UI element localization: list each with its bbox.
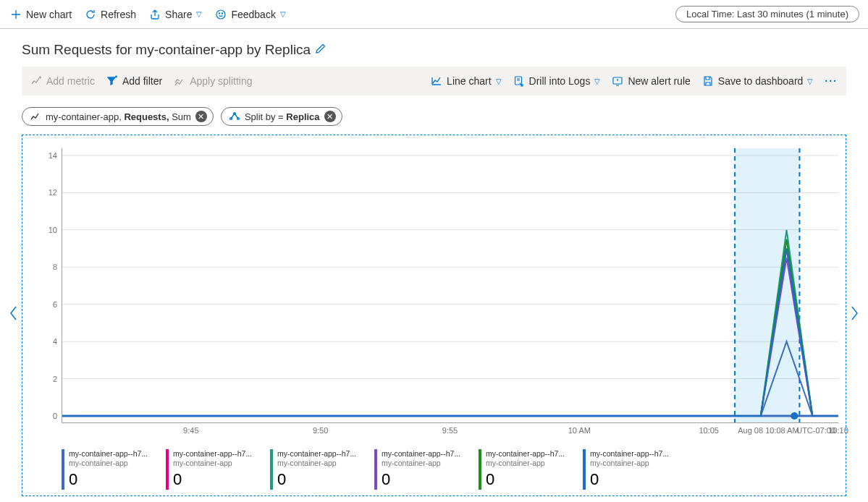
- y-tick: 0: [53, 412, 57, 420]
- chevron-down-icon: ▽: [196, 10, 202, 18]
- chevron-left-icon: [9, 305, 19, 321]
- chart-timestamp: Aug 08 10:08 AM: [738, 426, 799, 435]
- legend-value: 0: [486, 469, 574, 490]
- chart-title: Sum Requests for my-container-app by Rep…: [22, 42, 311, 58]
- chart-toolbar: Add metric Add filter Apply splitting Li…: [22, 67, 846, 95]
- apply-splitting-label: Apply splitting: [190, 75, 252, 87]
- logs-icon: [513, 75, 525, 87]
- add-filter-label: Add filter: [122, 75, 162, 87]
- chevron-down-icon: ▽: [807, 77, 813, 85]
- time-range-button[interactable]: Local Time: Last 30 minutes (1 minute): [675, 6, 859, 22]
- new-alert-label: New alert rule: [628, 75, 690, 87]
- legend-series-name: my-container-app--h7...: [277, 449, 366, 459]
- legend-item[interactable]: my-container-app--h7... my-container-app…: [166, 449, 267, 490]
- refresh-button[interactable]: Refresh: [83, 3, 138, 26]
- page-command-bar: New chart Refresh Share ▽ Feedback ▽ Loc…: [0, 0, 868, 29]
- legend-resource-name: my-container-app: [277, 459, 366, 468]
- legend-resource-name: my-container-app: [590, 459, 678, 468]
- split-icon: [229, 111, 240, 122]
- save-dashboard-label: Save to dashboard: [718, 75, 804, 87]
- x-tick: 10:10: [828, 426, 848, 435]
- svg-rect-16: [735, 148, 799, 423]
- chart-panel: 02468101214 UTC-07:00 9:459:509:5510 AM1…: [22, 135, 846, 496]
- remove-pill-icon[interactable]: ✕: [324, 111, 336, 122]
- svg-point-20: [791, 412, 798, 420]
- legend-value: 0: [382, 469, 470, 490]
- y-tick: 8: [53, 263, 57, 271]
- plus-icon: [10, 9, 22, 20]
- add-metric-label: Add metric: [46, 75, 95, 87]
- chart-title-row: Sum Requests for my-container-app by Rep…: [0, 29, 868, 67]
- line-chart-icon: [431, 75, 442, 87]
- prev-chart-button[interactable]: [4, 301, 23, 330]
- legend-series-name: my-container-app--h7...: [69, 449, 157, 459]
- legend-value: 0: [590, 469, 678, 490]
- y-tick: 14: [49, 151, 57, 160]
- y-tick: 2: [53, 375, 57, 383]
- remove-pill-icon[interactable]: ✕: [195, 111, 207, 122]
- legend-item[interactable]: my-container-app--h7... my-container-app…: [583, 449, 684, 490]
- new-chart-label: New chart: [26, 9, 72, 20]
- split-pill[interactable]: Split by = Replica ✕: [221, 107, 342, 126]
- add-filter-button[interactable]: Add filter: [106, 75, 162, 87]
- x-tick: 9:45: [183, 426, 198, 435]
- legend-item[interactable]: my-container-app--h7... my-container-app…: [62, 449, 163, 490]
- metric-pill[interactable]: my-container-app, Requests, Sum ✕: [22, 107, 214, 126]
- chart-type-label: Line chart: [447, 75, 491, 87]
- apply-splitting-button[interactable]: Apply splitting: [174, 75, 252, 87]
- chart-type-button[interactable]: Line chart ▽: [431, 75, 501, 87]
- legend-resource-name: my-container-app: [69, 459, 157, 468]
- legend-value: 0: [69, 469, 157, 490]
- x-tick: 10 AM: [568, 426, 591, 435]
- refresh-label: Refresh: [101, 9, 136, 20]
- legend-item[interactable]: my-container-app--h7... my-container-app…: [479, 449, 580, 490]
- chart-plot-area[interactable]: [62, 148, 838, 423]
- metric-plus-icon: [30, 75, 42, 87]
- legend-resource-name: my-container-app: [382, 459, 470, 468]
- y-tick: 10: [49, 226, 57, 234]
- add-metric-button[interactable]: Add metric: [30, 75, 95, 87]
- new-chart-button[interactable]: New chart: [9, 3, 73, 26]
- legend-value: 0: [173, 469, 261, 490]
- smiley-icon: [215, 9, 227, 20]
- legend-item[interactable]: my-container-app--h7... my-container-app…: [374, 449, 476, 490]
- share-button[interactable]: Share ▽: [148, 3, 203, 26]
- legend-series-name: my-container-app--h7...: [590, 449, 678, 459]
- next-chart-button[interactable]: [845, 301, 864, 330]
- feedback-button[interactable]: Feedback ▽: [214, 3, 287, 26]
- chart-container: 02468101214 UTC-07:00 9:459:509:5510 AM1…: [9, 135, 859, 496]
- drill-logs-label: Drill into Logs: [529, 75, 591, 87]
- pencil-icon: [315, 43, 326, 54]
- y-tick: 12: [49, 188, 57, 197]
- chevron-right-icon: [849, 305, 859, 321]
- chevron-down-icon: ▽: [280, 10, 286, 18]
- legend-value: 0: [277, 469, 366, 490]
- metric-icon: [30, 111, 41, 122]
- share-label: Share: [165, 9, 192, 20]
- alert-icon: [612, 75, 623, 87]
- edit-title-button[interactable]: [315, 42, 326, 58]
- chart-legend: my-container-app--h7... my-container-app…: [62, 449, 838, 490]
- x-tick: 9:55: [442, 426, 458, 435]
- x-tick: 10:05: [699, 426, 719, 435]
- legend-series-name: my-container-app--h7...: [486, 449, 574, 459]
- save-dashboard-button[interactable]: Save to dashboard ▽: [702, 75, 814, 87]
- legend-item[interactable]: my-container-app--h7... my-container-app…: [270, 449, 371, 490]
- split-icon: [174, 75, 185, 87]
- feedback-label: Feedback: [231, 9, 275, 20]
- x-tick: 9:50: [313, 426, 328, 435]
- share-icon: [149, 9, 161, 20]
- legend-series-name: my-container-app--h7...: [173, 449, 261, 459]
- svg-point-2: [222, 12, 223, 13]
- filter-pill-row: my-container-app, Requests, Sum ✕ Split …: [0, 95, 868, 135]
- refresh-icon: [85, 9, 96, 20]
- svg-point-1: [219, 12, 220, 13]
- filter-plus-icon: [106, 75, 118, 87]
- y-tick: 6: [53, 300, 57, 309]
- new-alert-button[interactable]: New alert rule: [612, 75, 690, 87]
- drill-logs-button[interactable]: Drill into Logs ▽: [513, 75, 601, 87]
- y-axis: 02468101214: [33, 148, 62, 423]
- chevron-down-icon: ▽: [594, 77, 600, 85]
- y-tick: 4: [53, 337, 57, 346]
- more-actions-button[interactable]: ···: [825, 75, 838, 87]
